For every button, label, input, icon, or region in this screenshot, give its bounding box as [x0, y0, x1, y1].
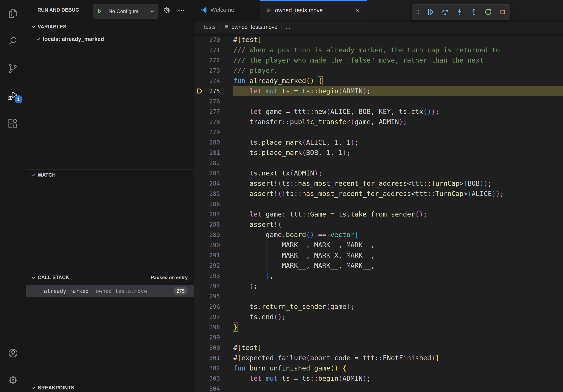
code-line[interactable]: 279: [194, 127, 563, 137]
call-stack-section-header[interactable]: CALL STACK Paused on entry: [26, 272, 194, 283]
tab-label: Welcome: [210, 7, 234, 13]
chevron-down-icon: [35, 36, 41, 42]
code-line[interactable]: 282: [194, 158, 563, 168]
code-line[interactable]: 288 assert!(: [194, 219, 563, 230]
activity-bar: 1: [0, 0, 26, 392]
code-line[interactable]: 270#[test]: [194, 35, 563, 45]
watch-section-header[interactable]: WATCH: [26, 169, 194, 180]
code-line[interactable]: 277 let game = ttt::new(ALICE, BOB, KEY,…: [194, 106, 563, 117]
more-actions-icon[interactable]: [176, 5, 186, 15]
code-line[interactable]: 287 let game: ttt::Game = ts.take_from_s…: [194, 209, 563, 219]
tab-welcome[interactable]: Welcome: [194, 0, 260, 20]
code-line[interactable]: 298}: [194, 322, 563, 332]
line-number: 290: [206, 242, 220, 248]
drag-handle-icon[interactable]: [412, 5, 423, 20]
code-text: let mut ts = ts::begin(ADMIN);: [233, 87, 371, 95]
code-text: game.board() == vector[: [233, 231, 359, 239]
vscode-logo-icon: [200, 7, 207, 14]
code-text: let game: ttt::Game = ts.take_from_sende…: [233, 210, 427, 218]
breadcrumb-folder[interactable]: tests: [204, 24, 216, 30]
extensions-icon[interactable]: [0, 118, 26, 129]
code-line[interactable]: 273/// player.: [194, 65, 563, 76]
close-icon[interactable]: [354, 7, 361, 14]
code-line[interactable]: 301#[expected_failure(abort_code = ttt::…: [194, 353, 563, 363]
code-line[interactable]: 284 assert!(ts::has_most_recent_for_addr…: [194, 178, 563, 188]
code-line[interactable]: 303 let mut ts = ts::begin(ADMIN);: [194, 373, 563, 383]
indent-guide: [234, 199, 234, 209]
code-text: assert!(ts::has_most_recent_for_address<…: [233, 179, 492, 187]
line-number: 303: [206, 375, 220, 382]
code-line[interactable]: 290 MARK__, MARK__, MARK__,: [194, 240, 563, 250]
debug-settings-gear-icon[interactable]: [162, 5, 172, 15]
current-line-marker-icon[interactable]: [194, 87, 206, 94]
code-line[interactable]: 302fun burn_unfinished_game() {: [194, 363, 563, 373]
code-line[interactable]: 275 let mut ts = ts::begin(ADMIN);: [194, 86, 563, 96]
code-line[interactable]: 292 MARK__, MARK__, MARK__,: [194, 260, 563, 271]
tab-owned-tests[interactable]: owned_tests.move: [260, 0, 367, 20]
call-stack-frame-row[interactable]: already_marked owned_tests.move 275: [26, 285, 194, 297]
start-debug-icon[interactable]: [93, 4, 105, 18]
variables-section-header[interactable]: VARIABLES: [26, 21, 194, 32]
code-line[interactable]: 300#[test]: [194, 342, 563, 353]
code-line[interactable]: 278 transfer::public_transfer(game, ADMI…: [194, 117, 563, 127]
code-line[interactable]: 285 assert!(!ts::has_most_recent_for_add…: [194, 188, 563, 199]
run-configuration-control[interactable]: No Configura: [93, 4, 158, 19]
locals-tree-item[interactable]: locals: already_marked: [26, 34, 194, 44]
code-line[interactable]: 299: [194, 332, 563, 342]
config-dropdown-label[interactable]: No Configura: [105, 8, 149, 14]
code-line[interactable]: 291 MARK__, MARK_X, MARK__,: [194, 250, 563, 260]
code-line[interactable]: 297 ts.end();: [194, 312, 563, 322]
chevron-down-icon[interactable]: [149, 8, 158, 14]
search-icon[interactable]: [0, 35, 26, 47]
code-line[interactable]: 280 ts.place_mark(ALICE, 1, 1);: [194, 137, 563, 147]
line-number: 280: [206, 139, 220, 146]
code-line[interactable]: 281 ts.place_mark(BOB, 1, 1);: [194, 147, 563, 158]
line-number: 293: [206, 272, 220, 279]
code-text: assert!(!ts::has_most_recent_for_address…: [233, 190, 504, 197]
debug-step-out-button[interactable]: [467, 5, 481, 20]
code-line[interactable]: 289 game.board() == vector[: [194, 230, 563, 240]
chevron-right-icon: [279, 25, 284, 30]
settings-gear-icon[interactable]: [0, 374, 26, 386]
code-text: ts.place_mark(BOB, 1, 1);: [233, 149, 351, 157]
explorer-icon[interactable]: [0, 8, 26, 19]
indent-guide: [234, 291, 234, 301]
run-and-debug-icon[interactable]: 1: [0, 90, 26, 102]
line-number: 295: [206, 293, 220, 300]
line-number: 270: [206, 36, 220, 43]
debug-restart-button[interactable]: [481, 5, 495, 20]
code-line[interactable]: 286: [194, 199, 563, 209]
debug-stop-button[interactable]: [495, 5, 510, 20]
breakpoints-section-header[interactable]: BREAKPOINTS: [26, 382, 194, 392]
code-editor[interactable]: 270#[test]271/// When a position is alre…: [194, 34, 563, 392]
debug-step-over-button[interactable]: [438, 5, 452, 20]
code-text: #[test]: [233, 344, 262, 352]
chevron-down-icon: [30, 24, 37, 30]
line-number: 283: [206, 170, 220, 177]
code-line[interactable]: 283 ts.next_tx(ADMIN);: [194, 168, 563, 178]
code-line[interactable]: 296 ts.return_to_sender(game);: [194, 301, 563, 312]
code-line[interactable]: 271/// When a position is already marked…: [194, 45, 563, 55]
code-text: ],: [233, 272, 274, 280]
code-text: fun burn_unfinished_game() {: [233, 364, 346, 372]
debug-step-into-button[interactable]: [452, 5, 467, 20]
line-number: 282: [206, 159, 220, 166]
line-number: 279: [206, 129, 220, 136]
debug-continue-button[interactable]: [423, 5, 438, 20]
code-line[interactable]: 276: [194, 96, 563, 106]
code-line[interactable]: 272/// the player who made the "false" m…: [194, 55, 563, 65]
code-line[interactable]: 293 ],: [194, 271, 563, 281]
chevron-down-icon: [30, 274, 37, 281]
code-text: transfer::public_transfer(game, ADMIN);: [233, 118, 407, 126]
breadcrumb-symbol[interactable]: ...: [286, 24, 290, 30]
code-line[interactable]: 274fun already_marked() {: [194, 76, 563, 86]
breadcrumb-file[interactable]: owned_tests.move: [231, 24, 277, 30]
code-line[interactable]: 295: [194, 291, 563, 301]
code-line[interactable]: 304: [194, 383, 563, 392]
frame-file-name: owned_tests.move: [96, 288, 147, 294]
source-control-icon[interactable]: [0, 63, 26, 74]
account-icon[interactable]: [0, 347, 26, 359]
sidebar-title: RUN AND DEBUG: [38, 7, 79, 13]
code-line[interactable]: 294 );: [194, 281, 563, 291]
code-text: fun already_marked() {: [233, 77, 322, 85]
